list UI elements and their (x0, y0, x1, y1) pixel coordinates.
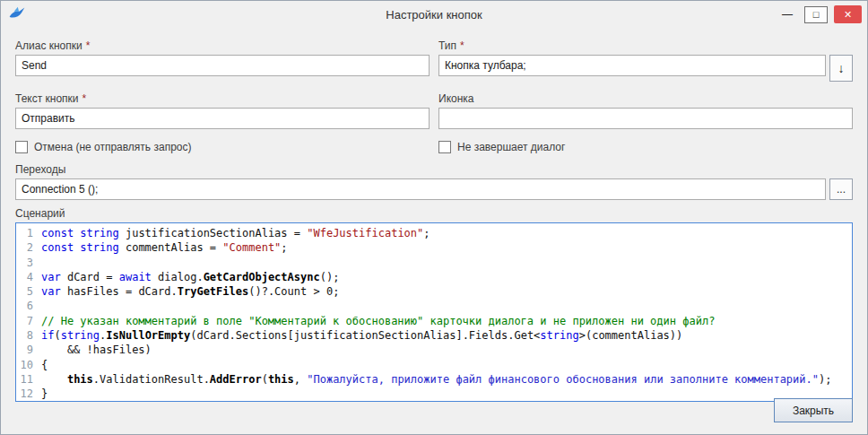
caption-input[interactable] (15, 108, 430, 129)
code-line: 7// Не указан комментарий в поле "Коммен… (16, 314, 852, 328)
code-line: 6 (16, 299, 852, 313)
alias-input[interactable] (15, 55, 430, 76)
caption-required-mark: * (82, 92, 87, 105)
code-line: 11 this.ValidationResult.AddError(this, … (16, 372, 852, 387)
line-number: 10 (16, 358, 41, 372)
code-line: 3 (16, 256, 852, 270)
checkbox-box-icon (438, 141, 451, 153)
line-number: 4 (16, 270, 41, 284)
alias-field: Алиас кнопки* (15, 39, 430, 82)
code-line: 2const string commentAlias = "Comment"; (16, 240, 852, 255)
code-line: 10{ (16, 358, 852, 372)
titlebar: Настройки кнопок — □ ✕ (1, 1, 867, 28)
type-expand-button[interactable]: ↓ (829, 55, 853, 82)
line-number: 6 (16, 299, 41, 313)
transitions-browse-button[interactable]: ... (829, 178, 853, 200)
keep-dialog-checkbox[interactable]: Не завершает диалог (438, 141, 853, 153)
line-number: 12 (16, 387, 41, 401)
caption-label: Текст кнопки (15, 92, 79, 105)
code-line: 5var hasFiles = dCard.TryGetFiles()?.Cou… (16, 284, 852, 299)
cancel-checkbox[interactable]: Отмена (не отправлять запрос) (15, 141, 430, 153)
alias-label: Алиас кнопки (15, 39, 82, 52)
maximize-button[interactable]: □ (804, 6, 828, 23)
minimize-button[interactable]: — (777, 6, 798, 22)
ellipsis-icon: ... (837, 183, 846, 196)
script-field: Сценарий 1const string justificationSect… (15, 207, 853, 402)
window-title: Настройки кнопок (1, 8, 867, 22)
line-number: 9 (16, 343, 41, 357)
type-input[interactable] (438, 55, 826, 76)
type-required-mark: * (460, 39, 464, 52)
code-line: 9 && !hasFiles) (16, 343, 852, 357)
close-icon: ✕ (844, 9, 852, 21)
code-line: 1const string justificationSectionAlias … (16, 226, 852, 240)
keep-dialog-checkbox-label: Не завершает диалог (457, 141, 565, 153)
minimize-icon: — (782, 8, 793, 21)
checkbox-box-icon (15, 141, 28, 153)
arrow-down-icon: ↓ (838, 61, 845, 75)
line-number: 7 (16, 314, 41, 328)
transitions-input[interactable] (15, 178, 826, 200)
script-label: Сценарий (15, 207, 65, 220)
app-logo-icon (8, 5, 26, 23)
transitions-label: Переходы (15, 163, 65, 176)
close-dialog-button[interactable]: Закрыть (774, 398, 853, 422)
button-settings-dialog: Настройки кнопок — □ ✕ Алиас кнопки* (0, 0, 868, 435)
caption-field: Текст кнопки* (15, 92, 430, 129)
code-editor[interactable]: 1const string justificationSectionAlias … (15, 222, 853, 402)
alias-required-mark: * (86, 39, 91, 52)
type-field: Тип* ↓ (438, 39, 853, 82)
code-line: 4var dCard = await dialog.GetCardObjectA… (16, 270, 852, 284)
type-label: Тип (438, 39, 456, 52)
icon-field: Иконка (438, 92, 853, 129)
cancel-checkbox-label: Отмена (не отправлять запрос) (34, 141, 191, 153)
code-line: 12} (16, 387, 852, 401)
dialog-body: Алиас кнопки* Тип* ↓ Текст кнопк (1, 28, 867, 402)
transitions-field: Переходы ... (15, 163, 853, 200)
line-number: 8 (16, 328, 41, 343)
line-number: 1 (16, 226, 41, 240)
line-number: 11 (16, 372, 41, 387)
close-window-button[interactable]: ✕ (834, 5, 862, 23)
maximize-icon: □ (813, 10, 820, 20)
icon-input[interactable] (438, 108, 853, 129)
icon-label: Иконка (438, 92, 474, 105)
line-number: 5 (16, 284, 41, 299)
line-number: 3 (16, 256, 41, 270)
window-controls: — □ ✕ (777, 5, 862, 23)
code-line: 8if(string.IsNullOrEmpty(dCard.Sections[… (16, 328, 852, 343)
line-number: 2 (16, 240, 41, 255)
